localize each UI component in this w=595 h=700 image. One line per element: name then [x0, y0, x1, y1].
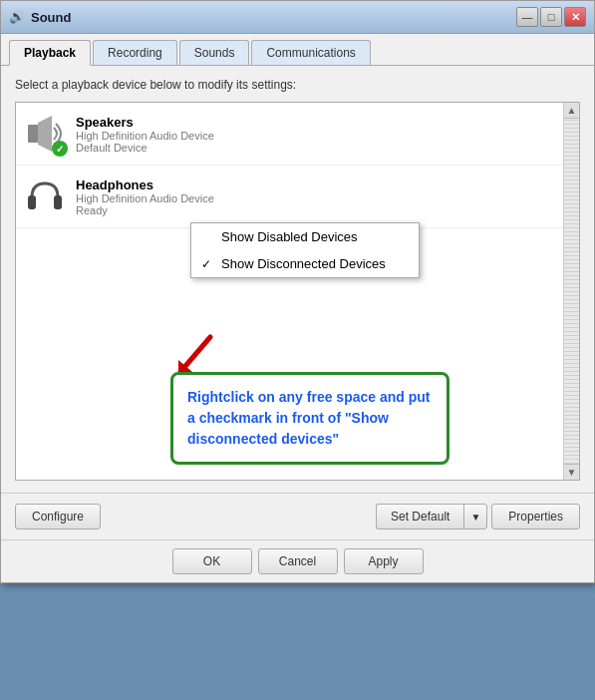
title-bar: 🔊 Sound — □ ✕	[1, 1, 594, 34]
headphones-detail2: Ready	[76, 204, 214, 216]
tab-playback[interactable]: Playback	[9, 40, 91, 66]
properties-button[interactable]: Properties	[491, 504, 580, 529]
svg-rect-2	[28, 195, 36, 209]
headphones-name: Headphones	[76, 177, 214, 192]
disconnected-checkmark: ✓	[201, 257, 211, 271]
ok-cancel-apply-row: OK Cancel Apply	[1, 539, 594, 582]
speakers-device-item[interactable]: ✓ Speakers High Definition Audio Device …	[16, 103, 579, 166]
set-default-button[interactable]: Set Default	[376, 504, 463, 529]
scrollbar-track	[564, 119, 579, 464]
title-bar-left: 🔊 Sound	[9, 9, 71, 25]
headphones-icon	[24, 175, 66, 217]
headphones-detail1: High Definition Audio Device	[76, 192, 214, 204]
speakers-icon: ✓	[24, 113, 66, 155]
tabs-bar: Playback Recording Sounds Communications	[1, 34, 594, 66]
speakers-detail1: High Definition Audio Device	[76, 130, 214, 142]
main-content: Select a playback device below to modify…	[1, 66, 594, 493]
svg-marker-1	[38, 116, 52, 152]
apply-button[interactable]: Apply	[344, 548, 424, 574]
title-buttons: — □ ✕	[516, 7, 586, 27]
ok-button[interactable]: OK	[172, 548, 252, 574]
right-buttons: Set Default ▼ Properties	[376, 504, 580, 529]
annotation-text: Rightclick on any free space and put a c…	[187, 387, 433, 450]
speakers-name: Speakers	[76, 115, 214, 130]
svg-rect-3	[54, 195, 62, 209]
window-icon: 🔊	[9, 9, 25, 25]
minimize-button[interactable]: —	[516, 7, 538, 27]
maximize-button[interactable]: □	[540, 7, 562, 27]
configure-button[interactable]: Configure	[15, 504, 101, 529]
headphones-device-item[interactable]: Headphones High Definition Audio Device …	[16, 166, 579, 228]
window-title: Sound	[31, 10, 71, 25]
devices-panel[interactable]: ✓ Speakers High Definition Audio Device …	[15, 102, 580, 481]
tab-sounds[interactable]: Sounds	[179, 40, 250, 65]
set-default-group: Set Default ▼	[376, 504, 487, 529]
close-button[interactable]: ✕	[564, 7, 586, 27]
sound-window: 🔊 Sound — □ ✕ Playback Recording Sounds …	[0, 0, 595, 583]
headphones-info: Headphones High Definition Audio Device …	[76, 177, 214, 216]
tab-communications[interactable]: Communications	[251, 40, 370, 65]
context-menu: Show Disabled Devices ✓ Show Disconnecte…	[190, 222, 420, 278]
context-menu-item-disconnected[interactable]: ✓ Show Disconnected Devices	[191, 250, 419, 277]
speakers-detail2: Default Device	[76, 142, 214, 154]
disconnected-devices-label: Show Disconnected Devices	[221, 256, 386, 271]
disabled-devices-label: Show Disabled Devices	[221, 229, 358, 244]
set-default-arrow-button[interactable]: ▼	[463, 504, 487, 529]
svg-rect-0	[28, 125, 38, 143]
bottom-buttons-row: Configure Set Default ▼ Properties	[1, 493, 594, 539]
default-check-badge: ✓	[52, 141, 68, 157]
tab-recording[interactable]: Recording	[93, 40, 177, 65]
scrollbar[interactable]: ▲ ▼	[563, 103, 579, 480]
context-menu-item-disabled[interactable]: Show Disabled Devices	[191, 223, 419, 250]
annotation-box: Rightclick on any free space and put a c…	[170, 372, 449, 465]
cancel-button[interactable]: Cancel	[258, 548, 338, 574]
speakers-info: Speakers High Definition Audio Device De…	[76, 115, 214, 154]
instruction-text: Select a playback device below to modify…	[15, 78, 580, 92]
